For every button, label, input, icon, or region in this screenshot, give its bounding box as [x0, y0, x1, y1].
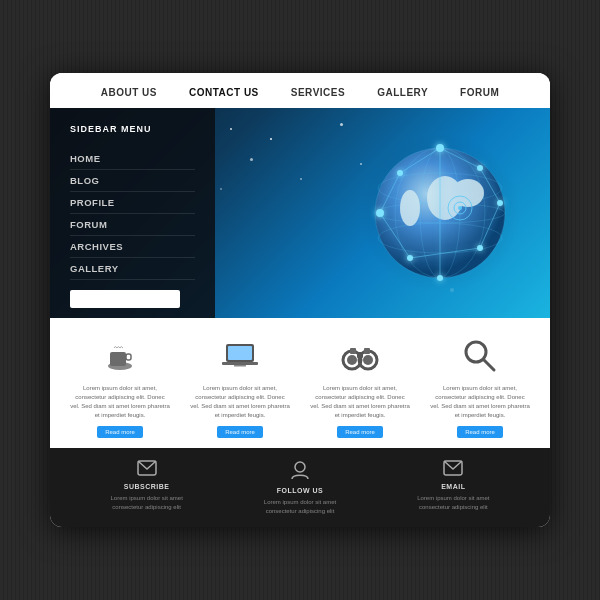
svg-point-40 — [363, 355, 373, 365]
feature-search: Lorem ipsum dolor sit amet, consectetur … — [430, 336, 530, 438]
feature-binoculars: Lorem ipsum dolor sit amet, consectetur … — [310, 336, 410, 438]
email-icon — [443, 460, 463, 479]
sidebar: SIDEBAR MENU HOME BLOG PROFILE FORUM ARC… — [50, 108, 215, 318]
feature-binoculars-text: Lorem ipsum dolor sit amet, consectetur … — [310, 384, 410, 420]
coffee-icon — [100, 336, 140, 376]
svg-rect-31 — [110, 352, 126, 366]
sidebar-title: SIDEBAR MENU — [70, 124, 195, 134]
svg-point-26 — [437, 275, 443, 281]
sidebar-item-forum[interactable]: FORUM — [70, 214, 195, 236]
followus-icon — [290, 460, 310, 483]
sidebar-item-blog[interactable]: BLOG — [70, 170, 195, 192]
nav-item-about[interactable]: ABOUT US — [101, 87, 157, 98]
binoculars-icon — [340, 336, 380, 376]
top-nav: ABOUT US CONTACT US SERVICES GALLERY FOR… — [50, 73, 550, 108]
svg-point-47 — [295, 462, 305, 472]
subscribe-icon — [137, 460, 157, 479]
sidebar-item-gallery[interactable]: GALLERY — [70, 258, 195, 280]
sidebar-item-home[interactable]: HOME — [70, 148, 195, 170]
feature-coffee: Lorem ipsum dolor sit amet, consectetur … — [70, 336, 170, 438]
email-label: EMAIL — [441, 483, 465, 490]
feature-laptop-btn[interactable]: Read more — [217, 426, 263, 438]
feature-coffee-btn[interactable]: Read more — [97, 426, 143, 438]
svg-rect-42 — [350, 348, 356, 354]
nav-item-forum[interactable]: FORUM — [460, 87, 499, 98]
sidebar-item-profile[interactable]: PROFILE — [70, 192, 195, 214]
features-section: Lorem ipsum dolor sit amet, consectetur … — [50, 318, 550, 448]
svg-point-20 — [477, 165, 483, 171]
svg-point-39 — [347, 355, 357, 365]
followus-label: FOLLOW US — [277, 487, 324, 494]
svg-rect-35 — [222, 362, 258, 365]
feature-search-btn[interactable]: Read more — [457, 426, 503, 438]
svg-rect-34 — [228, 346, 252, 360]
svg-point-25 — [407, 255, 413, 261]
globe-container — [350, 118, 530, 308]
nav-item-contact[interactable]: CONTACT US — [189, 87, 259, 98]
svg-rect-43 — [364, 348, 370, 354]
website-frame: ABOUT US CONTACT US SERVICES GALLERY FOR… — [50, 73, 550, 527]
feature-binoculars-btn[interactable]: Read more — [337, 426, 383, 438]
svg-rect-32 — [126, 354, 131, 360]
feature-search-text: Lorem ipsum dolor sit amet, consectetur … — [430, 384, 530, 420]
sidebar-item-archives[interactable]: ARCHIVES — [70, 236, 195, 258]
followus-desc: Lorem ipsum dolor sit amet consectetur a… — [260, 498, 340, 515]
search-icon — [460, 336, 500, 376]
subscribe-desc: Lorem ipsum dolor sit amet consectetur a… — [107, 494, 187, 511]
search-input[interactable] — [70, 290, 180, 308]
footer-followus: FOLLOW US Lorem ipsum dolor sit amet con… — [260, 460, 340, 515]
svg-point-9 — [400, 190, 420, 226]
footer-email: EMAIL Lorem ipsum dolor sit amet consect… — [413, 460, 493, 511]
svg-line-45 — [484, 360, 494, 370]
svg-point-21 — [497, 200, 503, 206]
subscribe-label: SUBSCRIBE — [124, 483, 170, 490]
laptop-icon — [220, 336, 260, 376]
feature-laptop-text: Lorem ipsum dolor sit amet, consectetur … — [190, 384, 290, 420]
footer: SUBSCRIBE Lorem ipsum dolor sit amet con… — [50, 448, 550, 527]
feature-laptop: Lorem ipsum dolor sit amet, consectetur … — [190, 336, 290, 438]
footer-subscribe: SUBSCRIBE Lorem ipsum dolor sit amet con… — [107, 460, 187, 511]
nav-item-gallery[interactable]: GALLERY — [377, 87, 428, 98]
svg-rect-41 — [357, 352, 363, 358]
nav-item-services[interactable]: SERVICES — [291, 87, 345, 98]
svg-point-24 — [376, 209, 384, 217]
feature-coffee-text: Lorem ipsum dolor sit amet, consectetur … — [70, 384, 170, 420]
svg-point-19 — [436, 144, 444, 152]
svg-point-22 — [477, 245, 483, 251]
hero-section: SIDEBAR MENU HOME BLOG PROFILE FORUM ARC… — [50, 108, 550, 318]
svg-rect-36 — [234, 365, 246, 367]
svg-point-23 — [397, 170, 403, 176]
email-desc: Lorem ipsum dolor sit amet consectetur a… — [413, 494, 493, 511]
svg-point-29 — [458, 206, 462, 210]
